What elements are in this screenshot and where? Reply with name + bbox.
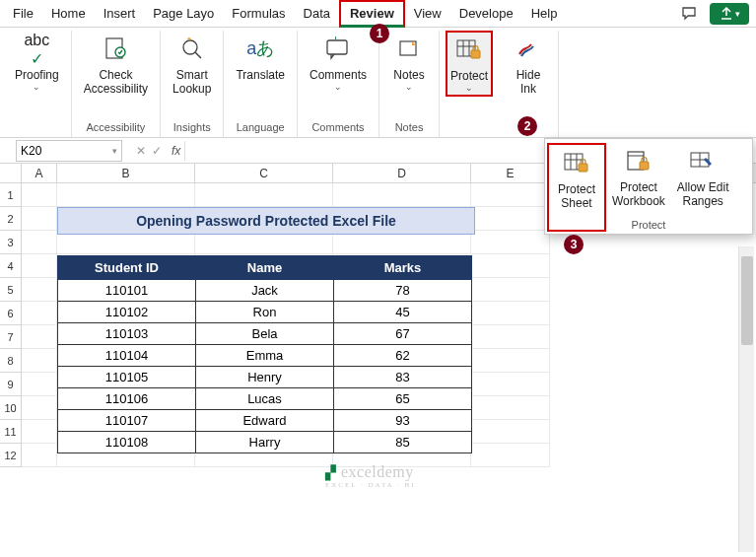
table-row: 110102Ron45: [58, 302, 472, 323]
notes-button[interactable]: Notes ⌄: [385, 31, 433, 95]
cell[interactable]: [22, 278, 57, 302]
table-cell: 110104: [58, 345, 196, 367]
proofing-button[interactable]: abc✓ Proofing ⌄: [9, 31, 65, 95]
col-header-a[interactable]: A: [22, 164, 57, 182]
cell[interactable]: [471, 444, 550, 467]
row-header[interactable]: 5: [0, 278, 22, 302]
tab-page-layout[interactable]: Page Layo: [144, 2, 223, 25]
table-cell: 83: [334, 367, 472, 388]
tab-help[interactable]: Help: [522, 2, 567, 25]
row-header[interactable]: 10: [0, 396, 22, 420]
cell[interactable]: [22, 444, 57, 467]
data-table: Student ID Name Marks 110101Jack78110102…: [57, 255, 472, 453]
svg-text:+: +: [332, 36, 339, 43]
row-header[interactable]: 3: [0, 231, 22, 254]
table-row: 110101Jack78: [58, 280, 472, 302]
group-label: [35, 119, 38, 137]
table-row: 110105Henry83: [58, 367, 472, 388]
cell[interactable]: [333, 183, 471, 207]
tab-home[interactable]: Home: [42, 2, 95, 25]
cell[interactable]: [22, 420, 57, 444]
tab-developer[interactable]: Develope: [450, 2, 522, 25]
group-label: Notes: [395, 119, 424, 137]
row-header[interactable]: 7: [0, 325, 22, 349]
col-header-c[interactable]: C: [195, 164, 333, 182]
table-cell: Ron: [196, 302, 334, 323]
cell[interactable]: [471, 349, 550, 373]
cell[interactable]: [22, 254, 57, 278]
cell[interactable]: [471, 183, 550, 207]
cell[interactable]: [471, 207, 550, 231]
cell[interactable]: [22, 349, 57, 373]
group-label: Accessibility: [86, 119, 145, 137]
row-header[interactable]: 2: [0, 207, 22, 231]
share-button[interactable]: ▾: [710, 3, 749, 25]
svg-text:✦: ✦: [186, 35, 192, 42]
svg-rect-17: [579, 164, 587, 172]
tab-data[interactable]: Data: [295, 2, 339, 25]
group-label: Language: [237, 119, 285, 137]
select-all-corner[interactable]: [0, 164, 22, 182]
row-header[interactable]: 9: [0, 373, 22, 396]
cancel-icon[interactable]: ✕: [136, 144, 146, 158]
col-header-b[interactable]: B: [57, 164, 195, 182]
row-header[interactable]: 11: [0, 420, 22, 444]
protect-button[interactable]: Protect ⌄: [446, 31, 493, 97]
svg-point-2: [183, 40, 197, 54]
cell[interactable]: [22, 207, 57, 231]
smart-lookup-icon: ✦: [175, 33, 209, 66]
table-cell: 110108: [58, 432, 196, 453]
table-cell: 67: [334, 323, 472, 345]
table-cell: Jack: [196, 280, 334, 302]
table-cell: Lucas: [196, 388, 334, 410]
cell[interactable]: [22, 373, 57, 396]
row-header[interactable]: 6: [0, 302, 22, 325]
svg-rect-12: [471, 50, 480, 58]
vertical-scrollbar[interactable]: [738, 246, 754, 552]
cell[interactable]: [471, 254, 550, 278]
translate-button[interactable]: aあ Translate: [230, 31, 291, 84]
comments-quick-button[interactable]: [674, 3, 704, 25]
table-row: 110103Bela67: [58, 323, 472, 345]
check-accessibility-button[interactable]: Check Accessibility: [78, 31, 154, 99]
cell[interactable]: [471, 278, 550, 302]
row-header[interactable]: 1: [0, 183, 22, 207]
cell[interactable]: [471, 325, 550, 349]
col-header-d[interactable]: D: [333, 164, 471, 182]
cell[interactable]: [22, 325, 57, 349]
table-cell: 110107: [58, 410, 196, 432]
notes-icon: [392, 33, 426, 66]
table-cell: 110103: [58, 323, 196, 345]
tab-view[interactable]: View: [405, 2, 450, 25]
row-header[interactable]: 8: [0, 349, 22, 373]
cell[interactable]: [471, 420, 550, 444]
accessibility-icon: [99, 33, 132, 66]
row-header[interactable]: 12: [0, 444, 22, 467]
cell[interactable]: [471, 231, 550, 254]
fx-label[interactable]: fx: [168, 144, 184, 158]
table-cell: 62: [334, 345, 472, 367]
col-header-e[interactable]: E: [471, 164, 550, 182]
comments-button[interactable]: + Comments ⌄: [304, 31, 373, 95]
title-cell: Opening Password Protected Excel File: [57, 207, 475, 235]
table-row: 110106Lucas65: [58, 388, 472, 410]
cell[interactable]: [471, 302, 550, 325]
smart-lookup-button[interactable]: ✦ Smart Lookup: [167, 31, 217, 99]
name-box[interactable]: K20▾: [16, 140, 122, 162]
cell[interactable]: [22, 302, 57, 325]
enter-icon[interactable]: ✓: [152, 144, 162, 158]
cell[interactable]: [471, 373, 550, 396]
tab-file[interactable]: File: [4, 2, 42, 25]
cell[interactable]: [22, 396, 57, 420]
cell[interactable]: [22, 231, 57, 254]
row-header[interactable]: 4: [0, 254, 22, 278]
tab-review[interactable]: Review: [339, 0, 405, 28]
cell[interactable]: [471, 396, 550, 420]
tab-formulas[interactable]: Formulas: [223, 2, 294, 25]
cell[interactable]: [22, 183, 57, 207]
hide-ink-button[interactable]: Hide Ink: [505, 31, 552, 99]
scrollbar-thumb[interactable]: [741, 256, 753, 345]
tab-insert[interactable]: Insert: [95, 2, 145, 25]
cell[interactable]: [57, 183, 195, 207]
cell[interactable]: [195, 183, 333, 207]
